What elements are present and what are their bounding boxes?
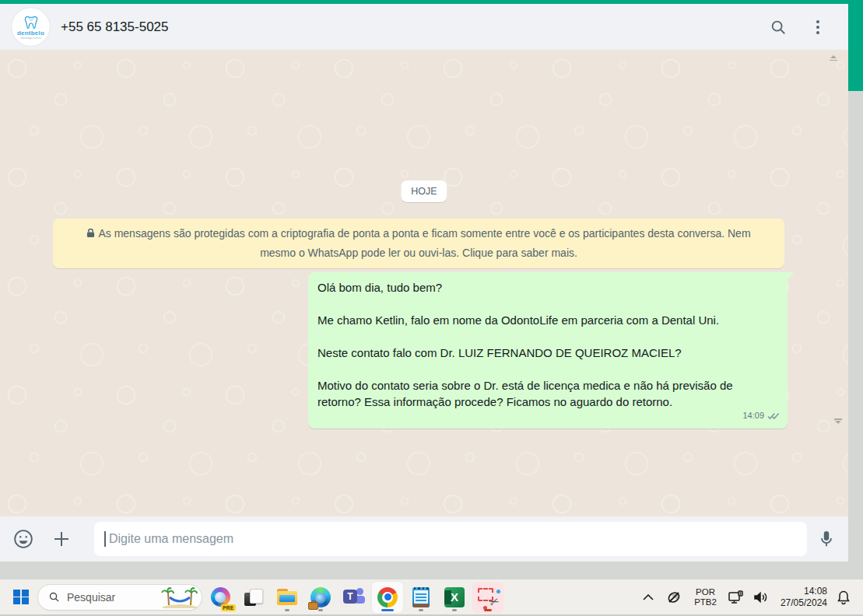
contact-avatar[interactable]: dentbelo odontologia estetica: [12, 8, 50, 46]
running-indicator: [318, 609, 323, 611]
text-caret: [104, 531, 106, 547]
contact-name[interactable]: +55 65 8135-5025: [61, 19, 169, 35]
taskbar-icon-teams[interactable]: T: [339, 582, 370, 613]
tray-date: 27/05/2024: [781, 597, 827, 609]
notepad-icon: [412, 587, 430, 607]
taskbar-icon-excel[interactable]: X: [439, 582, 470, 613]
message-meta: 14:09: [742, 408, 780, 424]
menu-kebab-icon[interactable]: [816, 20, 819, 34]
clock[interactable]: 14:08 27/05/2024: [781, 586, 827, 609]
network-icon[interactable]: [728, 590, 745, 605]
running-indicator: [452, 609, 457, 611]
task-view-icon: [244, 588, 263, 607]
running-indicator: [419, 609, 423, 611]
running-indicator: [285, 609, 289, 611]
search-highlight-beach-image: [161, 586, 198, 608]
lock-icon: [86, 226, 95, 244]
windows-logo-icon: [13, 590, 29, 605]
taskbar-icon-notepad[interactable]: [405, 582, 437, 613]
message-paragraph: Neste contato falo com Dr. LUIZ FERNANDO…: [317, 345, 778, 361]
double-check-icon: [767, 412, 780, 420]
bubble-tail: [788, 272, 794, 282]
language-indicator[interactable]: POR PTB2: [694, 587, 717, 607]
taskbar-icon-file-explorer[interactable]: [272, 582, 303, 613]
teams-icon: T: [343, 588, 365, 607]
emoji-icon[interactable]: [13, 529, 33, 549]
encryption-notice-banner[interactable]: As mensagens são protegidas com a cripto…: [53, 219, 784, 268]
volume-icon[interactable]: [752, 590, 770, 605]
message-bubble[interactable]: Olá bom dia, tudo bem? Me chamo Ketlin, …: [308, 272, 788, 429]
chat-header: dentbelo odontologia estetica +55 65 813…: [0, 4, 848, 50]
taskbar-icon-task-view[interactable]: [238, 582, 269, 613]
message-input-wrap: [94, 522, 807, 556]
search-icon[interactable]: [770, 19, 787, 36]
active-indicator: [381, 609, 394, 611]
language-line2: PTB2: [694, 597, 717, 607]
message-time: 14:09: [742, 408, 764, 424]
message-input[interactable]: [94, 522, 807, 556]
whatsapp-window: dentbelo odontologia estetica +55 65 813…: [0, 4, 848, 562]
outgoing-message-row: Olá bom dia, tudo bem? Me chamo Ketlin, …: [308, 272, 788, 429]
composer-bar: [0, 516, 848, 562]
muted-mic-icon[interactable]: [666, 590, 682, 605]
attach-plus-icon[interactable]: [52, 530, 71, 548]
chrome-icon: [377, 587, 398, 607]
excel-icon: X: [444, 587, 465, 607]
header-actions: [770, 19, 837, 36]
notification-bell-icon[interactable]: [837, 590, 851, 605]
tray-time: 14:08: [781, 586, 827, 597]
start-button[interactable]: [8, 584, 34, 611]
scroll-up-arrow[interactable]: [830, 55, 837, 61]
work-profile-badge-icon: [308, 602, 318, 610]
tooth-logo-icon: [23, 15, 39, 30]
file-explorer-icon: [277, 589, 297, 606]
message-paragraph: Motivo do contato seria sobre o Dr. está…: [317, 377, 778, 410]
language-line1: POR: [694, 587, 717, 597]
taskbar-icon-snipping-tool[interactable]: ✂: [472, 582, 503, 613]
chat-area: HOJE As mensagens são protegidas com a c…: [0, 50, 848, 516]
windows-taskbar: Pesquisar PRE T: [0, 579, 863, 616]
taskbar-search[interactable]: Pesquisar: [37, 584, 202, 611]
taskbar-icon-edge[interactable]: [305, 582, 336, 613]
taskbar-icon-chrome[interactable]: [372, 582, 403, 613]
avatar-brand-text: dentbelo: [17, 30, 44, 37]
search-icon: [48, 591, 60, 603]
hidden-icons-chevron[interactable]: [643, 594, 654, 600]
date-divider: HOJE: [401, 180, 447, 202]
encryption-notice-text: As mensagens são protegidas com a cripto…: [98, 227, 750, 259]
active-indicator: [484, 609, 492, 611]
mic-icon[interactable]: [818, 530, 835, 548]
message-paragraph: Me chamo Ketlin, falo em nome da OdontoL…: [317, 312, 778, 328]
snipping-tool-icon: ✂: [478, 587, 498, 607]
system-tray: POR PTB2 14:08 27/05/2024: [643, 586, 855, 609]
message-paragraph: Olá bom dia, tudo bem?: [317, 279, 778, 296]
copilot-pre-badge: PRE: [221, 604, 236, 611]
search-placeholder: Pesquisar: [67, 591, 161, 604]
scroll-down-arrow[interactable]: [834, 418, 842, 424]
avatar-brand-subtext: odontologia estetica: [20, 37, 41, 40]
taskbar-icon-copilot[interactable]: PRE: [205, 582, 236, 613]
